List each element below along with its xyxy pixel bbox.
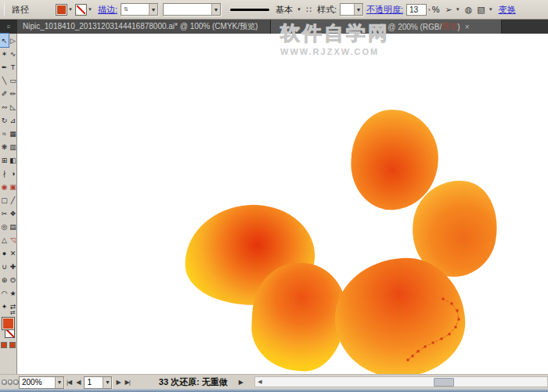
screen-mode-full-icon[interactable] (13, 379, 19, 385)
scroll-left-icon[interactable]: ◀ (255, 379, 265, 385)
tab2-title: .ai* @ 200% (RGB/ (374, 23, 442, 31)
symbol-sprayer-tool-icon[interactable]: ❋ (0, 140, 9, 153)
warp-tool-icon[interactable]: ≈ (0, 127, 9, 140)
document-tab-2[interactable]: .ai* @ 200% (RGB/预览) × (271, 20, 502, 34)
toolbar-fill-swatch[interactable] (2, 317, 15, 330)
measure-tool-icon[interactable]: ✚ (9, 260, 17, 273)
blob-brush-tool-icon[interactable]: ● (0, 246, 9, 260)
rectangle-tool-icon[interactable]: ▭ (9, 74, 17, 87)
fill-dropdown-arrow-icon[interactable]: ▼ (68, 7, 73, 12)
pencil-tool-icon[interactable]: ✏ (9, 87, 17, 100)
artboard-number-select[interactable]: 1 ▼ (84, 376, 112, 389)
stroke-weight-select[interactable]: ⇅ ▼ (121, 3, 158, 16)
hand-tool-icon[interactable]: ❖ (9, 207, 17, 220)
window-edge (0, 389, 548, 392)
screen-mode-buttons (0, 379, 19, 385)
artboard-arrow-icon[interactable]: ▼ (103, 377, 111, 388)
gradient-tool-icon[interactable]: ◧ (9, 153, 17, 167)
join-tool-icon[interactable]: ∪ (0, 260, 9, 273)
crop-area-tool-icon[interactable]: ▢ (0, 193, 9, 207)
slice-tool-icon[interactable]: ╱ (9, 193, 17, 207)
control-bar: 路径 ▼ ▼ 描边: ⇅ ▼ ▼ 基本 ▼ ∷ 样式: ▼ 不透明度: 13 ›… (0, 0, 548, 20)
transform-panel-link[interactable]: 变换 (499, 4, 516, 16)
select-similar-icon[interactable]: ➢ (445, 5, 452, 15)
scissors-tool-icon[interactable]: ✂ (0, 207, 9, 220)
paintbrush-tool-icon[interactable]: ✐ (0, 87, 9, 100)
opacity-input[interactable]: 13 (406, 4, 427, 16)
zoom-level-select[interactable]: 200% ▼ (19, 376, 64, 389)
tab2-title-end: ) (457, 23, 460, 31)
flare-tool-icon[interactable]: ✦ (0, 300, 9, 313)
document-tab-1[interactable]: Nipic_1018410_20131203144416878000.ai* @… (17, 20, 271, 34)
brush-definition-label[interactable]: 基本 (276, 4, 293, 16)
last-artboard-icon[interactable]: ▶| (125, 379, 130, 386)
width-profile-select[interactable]: ▼ (163, 3, 221, 16)
align-artboard-arrow-icon[interactable]: ▼ (489, 7, 493, 12)
artboard-tool-icon[interactable]: ▤ (9, 220, 17, 233)
align-artboard-icon[interactable]: ▧ (477, 5, 485, 15)
zoom-arrow-icon[interactable]: ▼ (55, 377, 63, 388)
tab-bar-empty (502, 20, 548, 34)
brush-stroke-preview[interactable] (230, 9, 269, 11)
arc-tool-icon[interactable]: ◠ (0, 286, 9, 300)
column-graph-tool-icon[interactable]: ▥ (9, 140, 17, 153)
swap-fill-stroke-icon[interactable]: ⇄ (10, 309, 16, 316)
spiral-tool-icon[interactable]: ʘ (9, 273, 17, 286)
illustrator-window: 路径 ▼ ▼ 描边: ⇅ ▼ ▼ 基本 ▼ ∷ 样式: ▼ 不透明度: 13 ›… (0, 0, 548, 392)
isolate-icon[interactable]: ◍ (465, 5, 473, 15)
next-artboard-icon[interactable]: ▶ (116, 379, 120, 386)
document-tab-bar: ≡ Nipic_1018410_20131203144416878000.ai*… (0, 20, 548, 34)
prev-artboard-icon[interactable]: ◀ (76, 379, 80, 386)
line-segment-tool-icon[interactable]: ╲ (0, 74, 9, 87)
magic-wand-tool-icon[interactable]: ✶ (0, 47, 9, 60)
fill-color-swatch[interactable] (56, 4, 67, 16)
pen-tool-icon[interactable]: ✒ (0, 60, 9, 74)
selection-tool-icon[interactable]: ↖ (0, 34, 9, 47)
recolor-art-icon[interactable]: ∷ (306, 5, 312, 15)
stroke-weight-arrow-icon[interactable]: ▼ (149, 4, 157, 15)
brush-dropdown-arrow-icon[interactable]: ▼ (297, 7, 301, 12)
scrollbar-thumb[interactable] (434, 378, 454, 387)
polar-grid-tool-icon[interactable]: ⊛ (0, 273, 9, 286)
live-paint-bucket-tool-icon[interactable]: ◉ (0, 180, 9, 193)
blend-tool-icon[interactable]: ◑ (9, 167, 17, 180)
stroke-dropdown-arrow-icon[interactable]: ▼ (88, 7, 92, 12)
lasso-tool-icon[interactable]: ∿ (9, 47, 17, 60)
mesh-tool-icon[interactable]: ⊞ (0, 153, 9, 167)
width-profile-arrow-icon[interactable]: ▼ (211, 4, 220, 15)
stroke-none-swatch[interactable] (75, 4, 87, 16)
opacity-step-icon[interactable]: › (428, 6, 431, 13)
style-select[interactable]: ▼ (340, 3, 363, 16)
select-similar-arrow-icon[interactable]: ▼ (456, 7, 460, 12)
opacity-panel-link[interactable]: 不透明度: (366, 4, 403, 16)
stroke-weight-spinner-icon[interactable]: ⇅ (124, 6, 128, 13)
style-arrow-icon[interactable]: ▼ (354, 4, 362, 15)
rotate-tool-icon[interactable]: ↻ (0, 113, 9, 127)
tab2-close-icon[interactable]: × (465, 23, 470, 31)
first-artboard-icon[interactable]: |◀ (67, 379, 71, 386)
mini-swatch-2[interactable] (9, 342, 16, 348)
color-mode-buttons (1, 342, 16, 348)
stroke-panel-link[interactable]: 描边: (98, 4, 117, 16)
screen-mode-normal-icon[interactable] (2, 379, 7, 385)
path-eraser-tool-icon[interactable]: ✕ (9, 246, 17, 260)
screen-mode-menu-icon[interactable] (8, 379, 13, 385)
status-menu-icon[interactable]: ▶ (239, 379, 243, 386)
direct-selection-tool-icon[interactable]: ▷ (9, 34, 17, 47)
eyedropper-tool-icon[interactable]: ∤ (0, 167, 9, 180)
shape-builder-tool-icon[interactable]: △ (0, 233, 9, 246)
scale-tool-icon[interactable]: ⊿ (9, 113, 17, 127)
artboard[interactable] (17, 34, 548, 374)
free-transform-tool-icon[interactable]: ▦ (9, 127, 17, 140)
divider (4, 3, 5, 16)
eraser-tool-icon[interactable]: ◺ (9, 100, 17, 113)
type-tool-icon[interactable]: T (9, 60, 17, 74)
mini-swatch-1[interactable] (1, 342, 7, 348)
star-tool-icon[interactable]: ★ (9, 286, 17, 300)
horizontal-scrollbar[interactable]: ◀ (254, 376, 548, 387)
artboard-number-value: 1 (87, 378, 92, 387)
live-paint-selection-tool-icon[interactable]: ▣ (9, 180, 17, 193)
zoom-tool-icon[interactable]: ◎ (0, 220, 9, 233)
smooth-tool-icon[interactable]: ∾ (0, 100, 9, 113)
perspective-grid-tool-icon[interactable]: ◹ (9, 233, 17, 246)
